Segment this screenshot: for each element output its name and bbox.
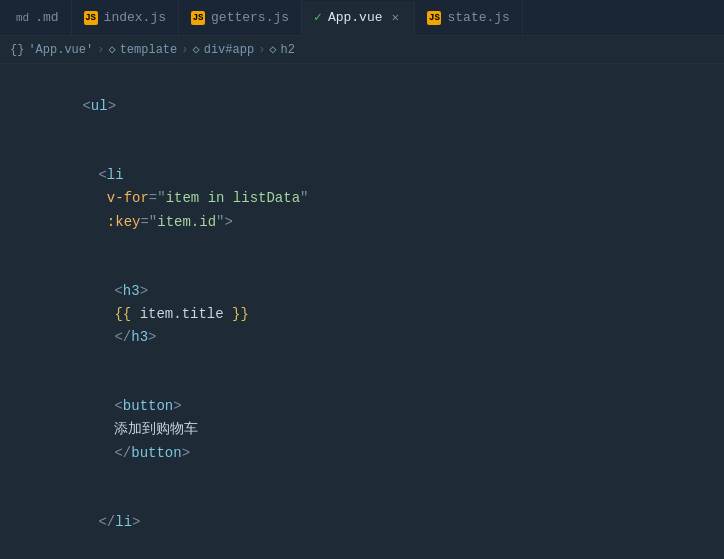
breadcrumb-sep3: › — [258, 43, 265, 57]
vue-check-icon: ✓ — [314, 9, 322, 25]
breadcrumb-template-label: template — [120, 43, 178, 57]
tab-md[interactable]: md .md — [4, 0, 72, 35]
tab-getters-js[interactable]: JS getters.js — [179, 0, 302, 35]
tab-app-vue[interactable]: ✓ App.vue ✕ — [302, 1, 415, 36]
breadcrumb-root-icon: {} — [10, 43, 24, 57]
tab-index-js-label: index.js — [104, 10, 166, 25]
breadcrumb-divapp-icon: ◇ — [192, 42, 199, 57]
tab-close-button[interactable]: ✕ — [388, 10, 402, 24]
tab-app-vue-label: App.vue — [328, 10, 383, 25]
code-line-2: <li v-for="item in listData" :key="item.… — [0, 141, 724, 256]
js-icon: JS — [191, 11, 205, 25]
breadcrumb-h2-label: h2 — [281, 43, 295, 57]
code-line-5: </li> — [0, 488, 724, 557]
md-icon: md — [16, 12, 29, 24]
js-icon: JS — [84, 11, 98, 25]
code-line-1: <ul> — [0, 72, 724, 141]
tab-index-js[interactable]: JS index.js — [72, 0, 179, 35]
code-line-4: <button> 添加到购物车 </button> — [0, 372, 724, 487]
breadcrumb: {} 'App.vue' › ◇ template › ◇ div#app › … — [0, 36, 724, 64]
breadcrumb-sep1: › — [97, 43, 104, 57]
tab-getters-js-label: getters.js — [211, 10, 289, 25]
tab-state-js-label: state.js — [447, 10, 509, 25]
tab-md-label: .md — [35, 10, 58, 25]
code-editor[interactable]: <ul> <li v-for="item in listData" :key="… — [0, 64, 724, 559]
breadcrumb-root-label: 'App.vue' — [28, 43, 93, 57]
breadcrumb-template-icon: ◇ — [108, 42, 115, 57]
tab-bar: md .md JS index.js JS getters.js ✓ App.v… — [0, 0, 724, 36]
breadcrumb-h2-icon: ◇ — [269, 42, 276, 57]
breadcrumb-sep2: › — [181, 43, 188, 57]
js-icon: JS — [427, 11, 441, 25]
breadcrumb-divapp-label: div#app — [204, 43, 254, 57]
tab-state-js[interactable]: JS state.js — [415, 0, 522, 35]
code-line-3: <h3> {{ item.title }} </h3> — [0, 257, 724, 372]
